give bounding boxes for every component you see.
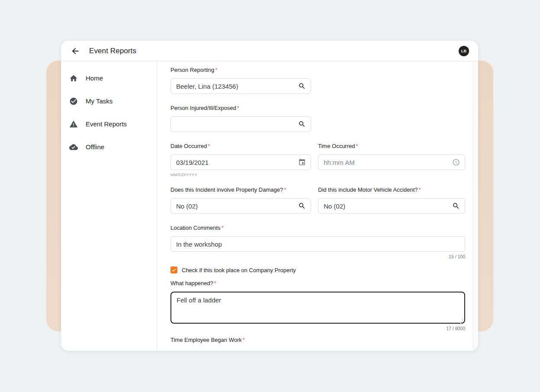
- sidebar-item-label: Event Reports: [86, 120, 127, 128]
- sidebar-item-label: My Tasks: [86, 97, 112, 105]
- sidebar-item-label: Home: [86, 74, 103, 82]
- search-icon[interactable]: [298, 202, 306, 210]
- person-reporting-input[interactable]: Beeler, Lina (123456): [170, 78, 311, 94]
- time-placeholder: hh:mm AM: [324, 159, 452, 166]
- what-happened-textarea[interactable]: Fell off a ladder: [170, 292, 465, 324]
- back-arrow-icon[interactable]: [70, 46, 80, 56]
- date-occurred-input[interactable]: 03/19/2021: [170, 154, 311, 170]
- sidebar: Home My Tasks Event Reports Offline: [61, 61, 157, 351]
- time-occurred-input[interactable]: hh:mm AM: [318, 154, 465, 170]
- required-asterisk: *: [222, 225, 224, 231]
- required-asterisk: *: [208, 143, 210, 149]
- clock-icon[interactable]: [452, 158, 460, 166]
- motor-vehicle-input[interactable]: No (02): [318, 198, 465, 214]
- field-label: Time Employee Began Work*: [170, 337, 478, 344]
- field-label: Time Occurred*: [318, 143, 465, 150]
- sidebar-item-home[interactable]: Home: [61, 67, 157, 90]
- required-asterisk: *: [419, 186, 421, 193]
- char-counter: 17 / 8000: [170, 326, 465, 331]
- required-asterisk: *: [214, 280, 216, 286]
- home-icon: [69, 74, 78, 83]
- person-injured-input[interactable]: [170, 116, 311, 132]
- search-icon[interactable]: [298, 82, 306, 90]
- search-icon[interactable]: [298, 120, 306, 128]
- calendar-icon[interactable]: [298, 158, 306, 166]
- damage-vehicle-row: Does this Incident involve Property Dama…: [170, 186, 478, 214]
- field-location-comments: Location Comments* In the workshop 15 / …: [170, 225, 478, 259]
- page-title: Event Reports: [89, 47, 136, 55]
- user-avatar[interactable]: LB: [459, 46, 469, 56]
- field-motor-vehicle: Did this include Motor Vehicle Accident?…: [318, 186, 465, 214]
- field-label: Did this include Motor Vehicle Accident?…: [318, 186, 465, 193]
- resize-handle[interactable]: [460, 318, 463, 321]
- required-asterisk: *: [356, 143, 358, 149]
- field-person-reporting: Person Reporting* Beeler, Lina (123456): [170, 67, 478, 94]
- field-label: Does this Incident involve Property Dama…: [170, 186, 311, 193]
- field-what-happened: What happened?* Fell off a ladder 17 / 8…: [170, 280, 478, 331]
- scrollbar-track[interactable]: [473, 61, 478, 351]
- required-asterisk: *: [215, 67, 217, 73]
- field-label: What happened?*: [170, 280, 478, 287]
- field-date-occurred: Date Occurred* 03/19/2021 MM/DD/YYYY: [170, 143, 311, 177]
- field-person-injured: Person Injured/Ill/Exposed*: [170, 105, 478, 132]
- property-damage-input[interactable]: No (02): [170, 198, 311, 214]
- field-label: Location Comments*: [170, 225, 478, 231]
- field-time-began-work: Time Employee Began Work*: [170, 337, 478, 344]
- checkbox-label: Check if this took place on Company Prop…: [182, 267, 296, 273]
- field-label: Person Reporting*: [170, 67, 478, 74]
- date-format-hint: MM/DD/YYYY: [170, 172, 311, 177]
- check-circle-icon: [69, 97, 78, 106]
- field-label: Date Occurred*: [170, 143, 311, 150]
- required-asterisk: *: [243, 337, 245, 343]
- sidebar-item-offline[interactable]: Offline: [61, 135, 157, 158]
- required-asterisk: *: [284, 186, 286, 193]
- required-asterisk: *: [237, 105, 239, 111]
- search-icon[interactable]: [452, 202, 460, 210]
- company-property-checkbox[interactable]: [170, 267, 177, 273]
- field-property-damage: Does this Incident involve Property Dama…: [170, 186, 311, 214]
- sidebar-item-event-reports[interactable]: Event Reports: [61, 112, 157, 135]
- event-reports-window: Event Reports LB Home My Tasks E: [61, 41, 478, 351]
- field-time-occurred: Time Occurred* hh:mm AM: [318, 143, 465, 177]
- app-header: Event Reports LB: [61, 41, 478, 61]
- location-comments-input[interactable]: In the workshop: [170, 236, 465, 252]
- char-counter: 15 / 100: [170, 254, 465, 259]
- form-scroll-area: Person Reporting* Beeler, Lina (123456) …: [157, 61, 478, 351]
- company-property-row: Check if this took place on Company Prop…: [170, 267, 478, 273]
- cloud-done-icon: [69, 143, 78, 151]
- date-time-row: Date Occurred* 03/19/2021 MM/DD/YYYY Tim…: [170, 143, 478, 177]
- warning-icon: [69, 120, 78, 129]
- sidebar-item-my-tasks[interactable]: My Tasks: [61, 90, 157, 112]
- sidebar-item-label: Offline: [86, 143, 104, 151]
- field-label: Person Injured/Ill/Exposed*: [170, 105, 478, 112]
